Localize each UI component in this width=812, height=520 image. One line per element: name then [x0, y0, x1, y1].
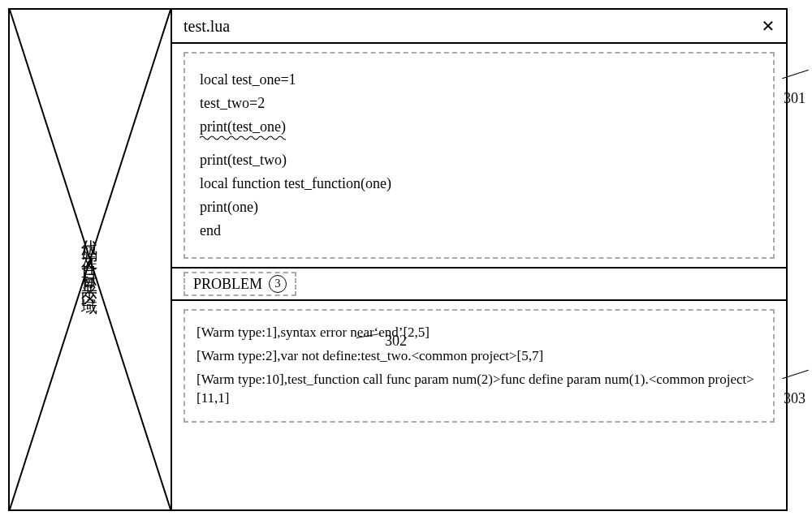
code-line: print(one)	[200, 199, 758, 216]
problem-tab[interactable]: PROBLEM 3	[184, 272, 296, 296]
code-line: end	[200, 222, 758, 239]
code-line: test_two=2	[200, 95, 758, 112]
problem-item[interactable]: [Warm type:2],var not define:test_two.<c…	[197, 347, 762, 366]
code-line: local test_one=1	[200, 71, 758, 88]
callout-302: 302	[357, 333, 407, 350]
code-line: print(test_two)	[200, 152, 758, 169]
problem-tab-label: PROBLEM	[193, 276, 262, 293]
code-warning-underline[interactable]: print(test_one)	[200, 118, 286, 135]
app-window: 代码文件目标显示区域 test.lua × local test_one=1 t…	[8, 8, 788, 511]
code-line: print(test_one)	[200, 118, 758, 135]
sidebar-label: 代码文件目标显示区域	[80, 227, 102, 292]
filename-label: test.lua	[184, 17, 230, 36]
callout-303: 303	[784, 373, 812, 407]
editor-main: test.lua × local test_one=1 test_two=2 p…	[172, 10, 786, 509]
problems-panel[interactable]: [Warm type:1],syntax error near‘end’[2,5…	[184, 309, 775, 423]
titlebar: test.lua ×	[172, 10, 786, 44]
code-editor[interactable]: local test_one=1 test_two=2 print(test_o…	[184, 52, 775, 259]
code-pane: local test_one=1 test_two=2 print(test_o…	[172, 44, 786, 267]
problem-item[interactable]: [Warm type:10],test_function call func p…	[197, 371, 762, 408]
problem-tab-bar: PROBLEM 3	[172, 267, 786, 301]
problem-item[interactable]: [Warm type:1],syntax error near‘end’[2,5…	[197, 324, 762, 342]
code-line: local function test_function(one)	[200, 175, 758, 192]
problem-count-badge: 3	[269, 275, 287, 293]
file-tree-sidebar[interactable]: 代码文件目标显示区域	[10, 10, 172, 509]
close-icon[interactable]: ×	[762, 15, 775, 37]
callout-301: 301	[784, 73, 812, 107]
